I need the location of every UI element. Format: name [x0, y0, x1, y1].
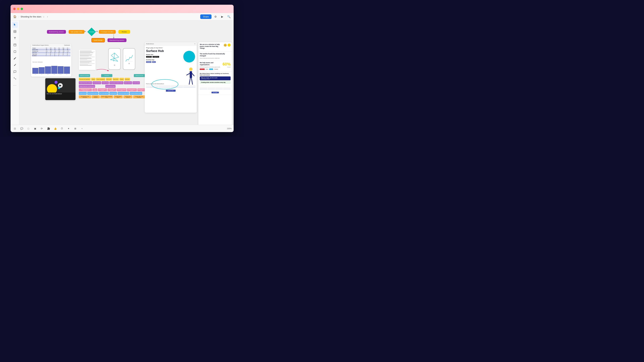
sc-template[interactable]: Use transactions template: [98, 88, 107, 91]
rp-mission-headline: We are on a mission to help teams create…: [200, 43, 223, 49]
sc-android[interactable]: Manage the app from an Android device: [79, 85, 95, 88]
export-bottom-tool[interactable]: ⟳: [40, 126, 44, 131]
settings-icon[interactable]: ⚙: [213, 14, 218, 19]
svg-line-14: [114, 53, 114, 61]
frame-tool[interactable]: [12, 28, 18, 34]
sc-loan-analysis[interactable]: See loan payments analysis: [127, 88, 137, 91]
sh-subtitle: Plug-n-play on any device: [146, 47, 196, 49]
thumbsup-bottom-tool[interactable]: 👍: [53, 126, 58, 131]
frame-bottom-tool[interactable]: ⊡: [12, 126, 17, 131]
favorite-icon[interactable]: ☆: [42, 15, 45, 18]
flow-node-brainstorm2[interactable]: Brainstorming session: [108, 38, 126, 42]
value-play-team[interactable]: Play as a team, win the world Drive chan…: [200, 76, 230, 80]
sticky-bottom-tool[interactable]: □: [26, 126, 31, 131]
surface-hub-card[interactable]: RealtimeBoard ✕ Plug-n-play on any devic…: [145, 42, 197, 113]
screen-bottom-tool[interactable]: ▣: [33, 126, 38, 131]
story-card-transactions[interactable]: Transactions: [101, 74, 112, 77]
sc-notification[interactable]: Customize notification: [92, 95, 100, 98]
sc-transfer[interactable]: Transfer money: [102, 81, 109, 84]
cursor-tool[interactable]: [12, 22, 18, 28]
company-values-card[interactable]: We are on a mission to help teams create…: [198, 42, 232, 125]
sc-atm2[interactable]: Search for the nearest ATM: [118, 92, 129, 95]
rp-world-headline: The world of work has dramatically chang…: [200, 53, 230, 57]
value-better-version[interactable]: Creating better version ourselves every …: [200, 81, 230, 84]
flow-node-evolution[interactable]: Prototype evolution: [99, 30, 116, 34]
story-row-stories-4: Manage accounts Set up automatic payment…: [79, 92, 145, 95]
video-bottom-tool[interactable]: 🎥: [46, 126, 51, 131]
minimize-button[interactable]: [17, 8, 19, 10]
close-button[interactable]: [13, 8, 16, 10]
sc-auto-payment[interactable]: Set up automatic payment: [87, 92, 98, 95]
crop-tool[interactable]: [12, 75, 18, 81]
home-button[interactable]: 🏠: [12, 14, 17, 19]
sc-settings[interactable]: Settings: [91, 78, 96, 81]
sc-transaction-app[interactable]: Transaction with application: [79, 78, 90, 81]
maximize-button[interactable]: [21, 8, 23, 10]
highlighter-tool[interactable]: [12, 62, 18, 68]
collapse-tool[interactable]: «: [80, 126, 84, 131]
sc-accounts[interactable]: Manage accounts: [79, 92, 87, 95]
grid-bottom-tool[interactable]: ⊞: [73, 126, 78, 131]
sc-analyse[interactable]: Analyse expenses: [124, 81, 132, 84]
shape-tool[interactable]: [12, 49, 18, 55]
sc-analytics[interactable]: Analytics: [120, 78, 124, 81]
flow-node-brainstorm[interactable]: Brainstorming session: [47, 30, 66, 34]
comment-tool[interactable]: [12, 69, 18, 75]
sc-deposits[interactable]: Manage deposits: [109, 92, 117, 95]
sc-competitors[interactable]: Compare offers of the competitors: [133, 95, 145, 98]
search-icon[interactable]: 🔍: [226, 14, 232, 19]
sc-transaction-history[interactable]: View transaction history: [105, 85, 116, 88]
sc-marketplace[interactable]: Find application in the Marketplace: [79, 95, 91, 98]
rp-bottom-grid: [200, 87, 230, 89]
sc-iphone[interactable]: Manage the app from an iPhone: [79, 81, 92, 84]
sc-bank-lenders[interactable]: Bank lenders: [112, 78, 119, 81]
google-play-badge[interactable]: Google Play: [152, 56, 159, 58]
canvas-content: Brainstorming session → New product idea…: [19, 20, 234, 125]
pen-tool[interactable]: [12, 55, 18, 61]
comment-bottom-tool[interactable]: 💬: [19, 126, 24, 131]
story-card-application[interactable]: Application and settings: [79, 74, 90, 77]
story-row-stories-2: Manage the app from an Android device Vi…: [79, 85, 145, 88]
app-store-badge[interactable]: App Store: [146, 56, 152, 58]
sticky-tool[interactable]: [12, 42, 18, 48]
sc-atm[interactable]: Search for the nearest ATM: [117, 88, 126, 91]
sc-account-details[interactable]: Get account details: [92, 81, 101, 84]
sc-finance[interactable]: Finance management: [96, 78, 105, 81]
phone-mockup-2[interactable]: [123, 48, 135, 70]
sc-bank-details[interactable]: Get bank details: [132, 81, 140, 84]
sc-desktop[interactable]: Manage the app from a desktop device: [79, 88, 92, 91]
video-play-button[interactable]: ▶: [58, 83, 63, 88]
video-card[interactable]: ▶ Meet the next RealtimeBoard: [45, 78, 76, 100]
mac-badge[interactable]: Mac: [152, 61, 156, 63]
dashboard-card[interactable]: RealtimeBoard Support Metrics Dashboard …: [31, 44, 71, 77]
sc-deposit-analysis[interactable]: See deposit additions analysis: [130, 92, 142, 95]
rp-cta[interactable]: Get started: [200, 90, 230, 93]
sc-currency[interactable]: Monitor currency rate: [137, 88, 145, 91]
sc-question[interactable]: Add a question / request a service: [109, 81, 124, 84]
sc-bank-product[interactable]: Bank product: [106, 78, 112, 81]
windows-badge[interactable]: Windows: [146, 61, 152, 63]
sc-bank-ideas[interactable]: Bank ideas: [124, 78, 130, 81]
phone-mockup-1[interactable]: [108, 48, 121, 70]
document-preview[interactable]: [79, 50, 96, 70]
app-window: 🏠 / Shooting for the stars ☆ ↑ Share ⚙ ▶…: [10, 5, 234, 132]
flow-node-review[interactable]: Review: [118, 30, 130, 34]
sc-statement[interactable]: Form a bank statement: [99, 92, 109, 95]
sc-secured[interactable]: Be secured: [92, 88, 97, 91]
flow-node-newproduct[interactable]: New product idea: [68, 30, 84, 34]
sc-loan[interactable]: Take out a loan template: [108, 88, 116, 91]
sc-banking-updates[interactable]: Receive updates on banking service: [100, 95, 113, 98]
flow-node-quickdesign[interactable]: Quick design: [92, 38, 105, 42]
story-card-additional[interactable]: Additional information: [134, 74, 145, 77]
export-icon[interactable]: ↑: [47, 15, 48, 18]
canvas-area[interactable]: Brainstorming session → New product idea…: [19, 20, 234, 125]
sc-future-expenses[interactable]: Estimate future expenses: [123, 95, 133, 98]
magic-bottom-tool[interactable]: ✦: [66, 126, 71, 131]
timer-bottom-tool[interactable]: ⏱: [60, 126, 64, 131]
present-icon[interactable]: ▶: [220, 14, 225, 19]
share-button[interactable]: Share: [200, 14, 212, 19]
more-tools[interactable]: ···: [12, 82, 18, 88]
text-tool[interactable]: [12, 35, 18, 41]
sc-deposit-options[interactable]: Calculate deposit options: [114, 95, 123, 98]
sh-decoration-circle: [183, 51, 195, 62]
